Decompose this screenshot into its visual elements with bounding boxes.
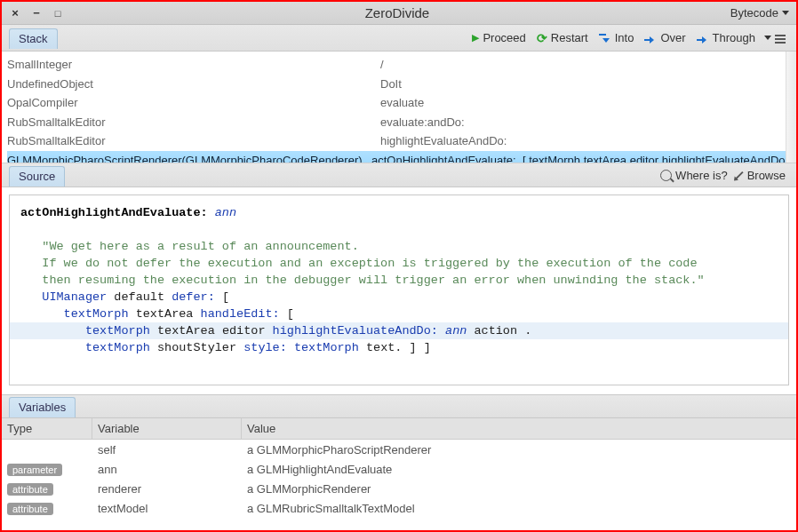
source-comment: If we do not defer the execution and an … — [42, 257, 697, 270]
stack-class: RubSmalltalkEditor — [7, 113, 380, 132]
src-t: handleEdit: — [201, 307, 280, 321]
variables-toolbar: Variables — [2, 394, 796, 418]
scrollbar[interactable] — [786, 52, 796, 163]
toolbar-menu[interactable] — [761, 31, 791, 45]
restart-icon: ⟳ — [537, 31, 547, 45]
search-icon — [660, 170, 672, 181]
mode-dropdown[interactable]: Bytecode — [730, 6, 791, 20]
play-icon: ▶ — [472, 32, 479, 44]
source-panel: actOnHighlightAndEvaluate: ann "We get h… — [2, 187, 796, 394]
type-pill: attribute — [7, 503, 53, 515]
var-value: a GLMMorphicRenderer — [242, 480, 796, 497]
source-comment: "We get here as a result of an announcem… — [42, 240, 358, 253]
var-name: ann — [92, 461, 242, 478]
browse-label: Browse — [747, 169, 786, 182]
type-pill: attribute — [7, 483, 53, 496]
var-type: attribute — [2, 480, 92, 497]
whereis-button[interactable]: Where is? — [655, 167, 733, 184]
window-controls: × − □ — [5, 6, 64, 20]
variable-row[interactable]: attribute renderer a GLMMorphicRenderer — [2, 479, 796, 498]
over-button[interactable]: Over — [639, 29, 690, 46]
restart-button[interactable]: ⟳ Restart — [531, 29, 594, 47]
stack-class: RubSmalltalkEditor — [7, 131, 380, 151]
tab-source[interactable]: Source — [9, 166, 65, 187]
src-t: default — [114, 290, 164, 304]
stack-row[interactable]: SmallInteger / — [7, 55, 786, 75]
var-type: attribute — [2, 500, 92, 517]
pencil-icon — [735, 171, 743, 179]
col-type[interactable]: Type — [2, 418, 92, 439]
src-t: textMorph — [64, 307, 129, 321]
stack-row-selected[interactable]: GLMMorphicPharoScriptRenderer(GLMMorphic… — [7, 151, 786, 163]
variables-panel: Type Variable Value self a GLMMorphicPha… — [2, 418, 796, 530]
step-through-icon — [697, 32, 709, 44]
debugger-window: × − □ ZeroDivide Bytecode Stack ▶ Procee… — [0, 0, 798, 532]
src-t: defer: — [172, 290, 215, 304]
var-type: parameter — [2, 461, 92, 478]
stack-panel: SmallInteger / UndefinedObject DoIt Opal… — [2, 52, 796, 163]
stack-row[interactable]: OpalCompiler evaluate — [7, 93, 786, 113]
var-name: self — [92, 441, 242, 458]
content-area: SmallInteger / UndefinedObject DoIt Opal… — [2, 52, 796, 530]
step-over-icon — [644, 32, 657, 44]
stack-method: / — [380, 55, 786, 75]
stack-method: highlightEvaluateAndDo: — [380, 131, 786, 151]
col-value[interactable]: Value — [242, 418, 796, 439]
stack-row[interactable]: RubSmalltalkEditor evaluate:andDo: — [7, 113, 786, 132]
stack-method: evaluate — [380, 93, 786, 113]
variable-row[interactable]: parameter ann a GLMHighlightAndEvaluate — [2, 459, 796, 479]
over-label: Over — [660, 31, 685, 44]
src-t: shoutStyler — [157, 341, 236, 354]
through-button[interactable]: Through — [691, 29, 761, 46]
variable-row[interactable]: attribute textModel a GLMRubricSmalltalk… — [2, 498, 796, 518]
src-t: textArea — [157, 324, 215, 337]
through-label: Through — [713, 31, 755, 44]
stack-row[interactable]: RubSmalltalkEditor highlightEvaluateAndD… — [7, 131, 786, 151]
src-t: textMorph — [85, 324, 150, 337]
stack-row[interactable]: UndefinedObject DoIt — [7, 75, 786, 94]
stack-class: OpalCompiler — [7, 93, 380, 113]
stack-method: evaluate:andDo: — [380, 113, 786, 132]
stack-method: DoIt — [380, 75, 786, 94]
minimize-icon[interactable]: − — [30, 6, 43, 20]
variable-row[interactable]: self a GLMMorphicPharoScriptRenderer — [2, 440, 796, 459]
source-toolbar: Source Where is? Browse — [2, 163, 796, 187]
stack-class: SmallInteger — [7, 55, 380, 75]
chevron-down-icon — [764, 36, 771, 40]
var-value: a GLMRubricSmalltalkTextModel — [242, 500, 796, 517]
var-name: textModel — [92, 500, 242, 517]
src-t: action — [474, 324, 517, 337]
type-pill: parameter — [7, 464, 62, 476]
variables-header: Type Variable Value — [2, 418, 796, 440]
menu-icon — [775, 33, 786, 44]
src-t: text. — [366, 341, 403, 354]
src-t: textMorph — [294, 341, 359, 354]
browse-button[interactable]: Browse — [733, 167, 791, 184]
src-t: textMorph — [85, 341, 150, 354]
mode-label: Bytecode — [730, 6, 778, 20]
var-value: a GLMMorphicPharoScriptRenderer — [242, 441, 796, 458]
source-arg: ann — [215, 206, 236, 219]
whereis-label: Where is? — [675, 169, 728, 182]
into-button[interactable]: Into — [594, 29, 640, 46]
into-label: Into — [615, 31, 634, 44]
proceed-button[interactable]: ▶ Proceed — [467, 29, 531, 46]
stack-class: GLMMorphicPharoScriptRenderer(GLMMorphic… — [7, 151, 371, 163]
var-value: a GLMHighlightAndEvaluate — [242, 461, 796, 478]
stack-class: UndefinedObject — [7, 75, 380, 94]
stack-toolbar: Stack ▶ Proceed ⟳ Restart Into Over Thro… — [2, 25, 796, 52]
window-title: ZeroDivide — [64, 5, 730, 20]
tab-stack[interactable]: Stack — [9, 28, 58, 49]
variables-rows: self a GLMMorphicPharoScriptRenderer par… — [2, 440, 796, 530]
maximize-icon[interactable]: □ — [52, 8, 64, 19]
var-name: renderer — [92, 480, 242, 497]
src-t: editor — [222, 324, 266, 337]
stack-list[interactable]: SmallInteger / UndefinedObject DoIt Opal… — [2, 52, 786, 163]
restart-label: Restart — [551, 31, 588, 44]
col-variable[interactable]: Variable — [92, 418, 242, 439]
source-editor[interactable]: actOnHighlightAndEvaluate: ann "We get h… — [9, 195, 789, 385]
source-selector: actOnHighlightAndEvaluate: — [20, 206, 208, 219]
stack-method: actOnHighlightAndEvaluate: — [371, 151, 523, 163]
tab-variables[interactable]: Variables — [9, 397, 76, 417]
close-icon[interactable]: × — [9, 6, 21, 20]
